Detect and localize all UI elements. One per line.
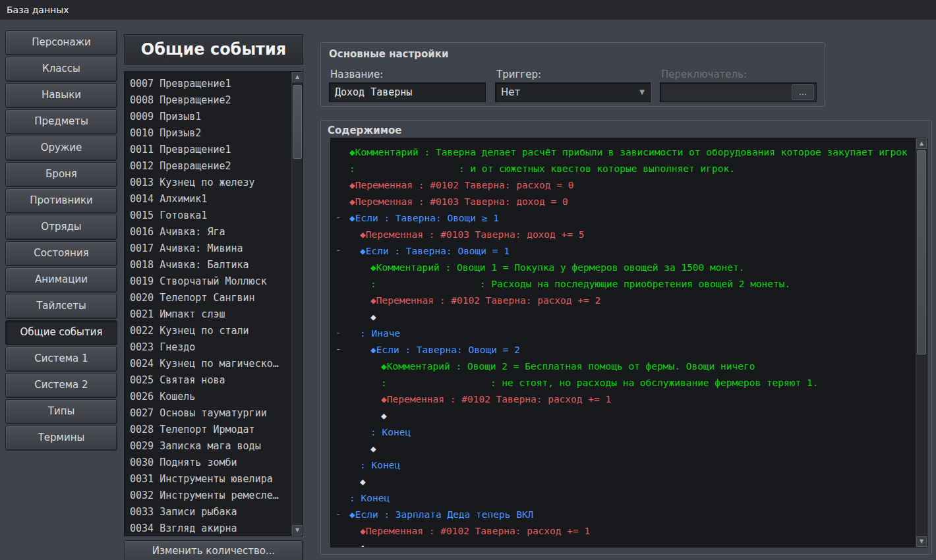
event-command-line[interactable]: ◆Переменная : #0102 Таверна: расход += 1 [331, 391, 916, 407]
event-command-list: ◆Комментарий : Таверна делает расчёт при… [331, 144, 916, 547]
event-list-item[interactable]: 0016 Ачивка: Яга [125, 224, 291, 240]
collapse-icon[interactable]: - [336, 341, 341, 358]
window-title: База данных [7, 5, 69, 15]
event-command-line[interactable]: : : Расходы на последующие приобретения … [331, 275, 916, 292]
collapse-icon[interactable]: - [336, 325, 341, 341]
event-list-item[interactable]: 0009 Призыв1 [125, 109, 291, 125]
event-list-item[interactable]: 0034 Взгляд акирна [125, 520, 291, 536]
event-command-line[interactable]: ◆Переменная : #0102 Таверна: расход += 1 [331, 522, 916, 539]
event-command-line[interactable]: ◆Комментарий : Овощи 2 = Бесплатная помо… [331, 358, 916, 374]
event-command-line[interactable]: -◆Если : Таверна: Овощи ≥ 1 [331, 210, 916, 226]
event-list-item[interactable]: 0023 Гнездо [125, 339, 291, 356]
event-command-line[interactable]: ◆Переменная : #0103 Таверна: доход += 5 [331, 226, 916, 242]
sidebar-tab[interactable]: Общие события [5, 320, 117, 345]
command-text: : : не стоят, но расходы на обслуживание… [349, 375, 818, 391]
event-list-item[interactable]: 0010 Призыв2 [125, 125, 291, 142]
event-list-item[interactable]: 0021 Импакт слэш [125, 306, 291, 323]
command-text: ◆Переменная : #0103 Таверна: доход += 5 [349, 227, 584, 242]
event-list-item[interactable]: 0024 Кузнец по магическо… [125, 356, 291, 372]
event-command-line[interactable]: -◆Если : Таверна: Овощи = 1 [331, 242, 916, 259]
database-window: База данных ПерсонажиКлассыНавыкиПредмет… [0, 0, 936, 560]
collapse-icon[interactable]: - [336, 210, 341, 226]
event-list-item[interactable]: 0022 Кузнец по стали [125, 323, 291, 339]
scroll-up-icon[interactable]: ▲ [292, 72, 303, 82]
sidebar-tab[interactable]: Типы [5, 399, 117, 424]
event-command-line[interactable]: : Конец [331, 490, 916, 506]
command-text: ◆ [349, 540, 366, 547]
event-command-line[interactable]: ◆ [331, 308, 916, 325]
switch-browse-button[interactable]: ... [792, 84, 814, 100]
event-list-item[interactable]: 0031 Инструменты ювелира [125, 471, 291, 488]
sidebar-tab[interactable]: Отряды [5, 215, 117, 240]
event-command-line[interactable]: ◆Переменная : #0103 Таверна: доход = 0 [331, 193, 916, 210]
event-list-scrollbar[interactable]: ▲ ▼ [291, 72, 303, 536]
scrollbar-thumb[interactable] [293, 85, 302, 159]
event-list-item[interactable]: 0018 Ачивка: Балтика [125, 257, 291, 273]
event-list-item[interactable]: 0015 Готовка1 [125, 208, 291, 224]
event-command-line[interactable]: ◆ [331, 440, 916, 457]
event-command-area[interactable]: ◆Комментарий : Таверна делает расчёт при… [330, 138, 927, 547]
sidebar-tab[interactable]: Термины [5, 426, 117, 451]
switch-field: ... [660, 82, 817, 102]
name-input[interactable] [329, 82, 486, 102]
sidebar-tab[interactable]: Классы [5, 57, 117, 82]
event-list-item[interactable]: 0025 Святая нова [125, 372, 291, 389]
event-command-line[interactable]: : Конец [331, 424, 916, 440]
command-text: ◆ [349, 474, 366, 490]
event-command-line[interactable]: ◆ [331, 539, 916, 547]
event-list-item[interactable]: 0008 Превращение2 [125, 92, 291, 109]
event-list-item[interactable]: 0007 Превращение1 [125, 76, 291, 92]
sidebar-tab[interactable]: Оружие [5, 136, 117, 161]
event-list-item[interactable]: 0012 Превращение2 [125, 158, 291, 175]
scroll-down-icon[interactable]: ▼ [292, 525, 303, 536]
sidebar-tab[interactable]: Система 1 [5, 347, 117, 372]
sidebar-tab[interactable]: Состояния [5, 241, 117, 266]
scroll-up-icon[interactable]: ▲ [916, 138, 927, 149]
event-list-item[interactable]: 0011 Превращение1 [125, 142, 291, 158]
event-list-item[interactable]: 0013 Кузнец по железу [125, 175, 291, 191]
event-list-item[interactable]: 0030 Поднять зомби [125, 455, 291, 471]
event-command-line[interactable]: ◆Комментарий : Таверна делает расчёт при… [331, 144, 916, 160]
change-maximum-button[interactable]: Изменить количество... [124, 540, 303, 560]
event-list-item[interactable]: 0019 Створчатый Моллюск [125, 273, 291, 290]
event-command-line[interactable]: : Конец [331, 457, 916, 473]
command-text: ◆Если : Таверна: Овощи = 2 [349, 342, 520, 358]
sidebar-tab[interactable]: Навыки [5, 83, 117, 108]
event-command-line[interactable]: ◆Переменная : #0102 Таверна: расход = 0 [331, 177, 916, 193]
event-command-line[interactable]: ◆ [331, 473, 916, 490]
sidebar-tab[interactable]: Анимации [5, 267, 117, 293]
event-list-item[interactable]: 0017 Ачивка: Мивина [125, 240, 291, 257]
event-command-line[interactable]: -◆Если : Зарплата Деда теперь ВКЛ [331, 506, 916, 522]
event-list-item[interactable]: 0026 Кошель [125, 389, 291, 405]
event-command-line[interactable]: -◆Если : Таверна: Овощи = 2 [331, 341, 916, 358]
command-text: ◆Комментарий : Овощи 2 = Бесплатная помо… [349, 358, 755, 374]
event-command-line[interactable]: : : и от сюжетных квестов которые выполн… [331, 160, 916, 177]
event-list-item[interactable]: 0020 Телепорт Сангвин [125, 290, 291, 306]
sidebar-tab[interactable]: Тайлсеты [5, 294, 117, 319]
event-command-line[interactable]: -: Иначе [331, 325, 916, 341]
contents-scrollbar[interactable]: ▲ ▼ [916, 138, 927, 547]
event-command-line[interactable]: : : не стоят, но расходы на обслуживание… [331, 374, 916, 391]
sidebar-tab[interactable]: Предметы [5, 109, 117, 134]
collapse-icon[interactable]: - [336, 242, 341, 259]
event-command-line[interactable]: ◆Комментарий : Овощи 1 = Покупка у ферме… [331, 259, 916, 275]
name-label: Название: [330, 69, 383, 80]
trigger-select[interactable]: Нет ▼ [495, 82, 651, 102]
collapse-icon[interactable]: - [336, 506, 341, 522]
sidebar-tab[interactable]: Противники [5, 188, 117, 213]
sidebar-tab[interactable]: Система 2 [5, 373, 117, 398]
contents-group-title: Содержимое [328, 125, 402, 136]
command-text: ◆ [349, 408, 387, 424]
scrollbar-thumb[interactable] [917, 150, 926, 354]
event-list-item[interactable]: 0028 Телепорт Ирмодат [125, 422, 291, 438]
event-list-item[interactable]: 0027 Основы тауматургии [125, 405, 291, 422]
sidebar-tab[interactable]: Броня [5, 162, 117, 187]
event-list-item[interactable]: 0029 Записка мага воды [125, 438, 291, 455]
event-command-line[interactable]: ◆ [331, 407, 916, 424]
sidebar-tab[interactable]: Персонажи [5, 30, 117, 55]
scroll-down-icon[interactable]: ▼ [916, 536, 927, 547]
event-command-line[interactable]: ◆Переменная : #0102 Таверна: расход += 2 [331, 292, 916, 308]
event-list-item[interactable]: 0033 Записи рыбака [125, 504, 291, 520]
event-list-item[interactable]: 0032 Инструменты ремесле… [125, 488, 291, 504]
event-list-item[interactable]: 0014 Алхимик1 [125, 191, 291, 208]
